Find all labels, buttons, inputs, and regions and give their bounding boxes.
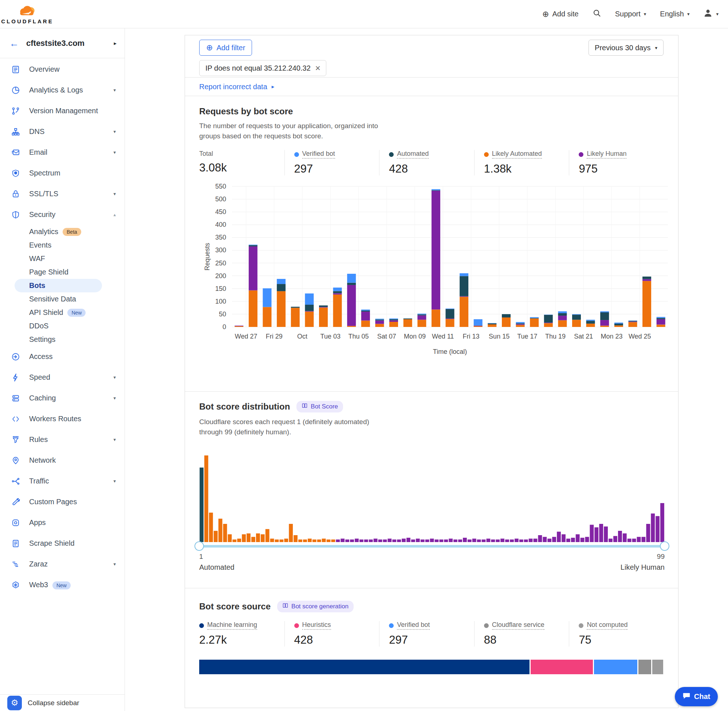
site-selector[interactable]: ← cftestsite3.com ▸ xyxy=(0,28,124,58)
plus-circle-icon: ⊕ xyxy=(542,10,549,18)
sidebar-item-page-shield[interactable]: Page Shield xyxy=(0,266,124,279)
sidebar-item-label: Spectrum xyxy=(29,169,116,177)
svg-text:Thu 19: Thu 19 xyxy=(545,333,566,340)
bot-score-generation-badge[interactable]: Bot score generation xyxy=(277,601,354,612)
slider-track[interactable] xyxy=(199,545,665,547)
new-badge: New xyxy=(67,309,86,317)
back-arrow-icon[interactable]: ← xyxy=(9,38,19,48)
book-icon xyxy=(301,403,308,411)
sidebar-item-version-management[interactable]: Version Management xyxy=(0,100,124,121)
sidebar-item-sensitive-data[interactable]: Sensitive Data xyxy=(0,292,124,306)
chat-button[interactable]: Chat xyxy=(675,687,718,706)
collapse-sidebar[interactable]: ⚙ Collapse sidebar xyxy=(0,694,124,711)
new-badge: New xyxy=(52,581,71,589)
slider-min-caption: Automated xyxy=(199,563,235,572)
slider-handle-min[interactable] xyxy=(195,541,204,551)
add-site-button[interactable]: ⊕ Add site xyxy=(542,10,579,18)
stat-label[interactable]: Likely Human xyxy=(587,150,626,159)
sidebar-item-access[interactable]: Access xyxy=(0,346,124,367)
svg-text:Sun 15: Sun 15 xyxy=(489,333,509,340)
sidebar-item-apps[interactable]: Apps xyxy=(0,512,124,533)
sidebar-item-label: Sensitive Data xyxy=(29,295,76,303)
sidebar-item-ddos[interactable]: DDoS xyxy=(0,319,124,333)
svg-text:Fri 29: Fri 29 xyxy=(266,333,283,340)
scrape-shield-icon xyxy=(11,539,21,548)
report-row: Report incorrect data ▸ xyxy=(185,78,678,96)
stat-label[interactable]: Cloudflare service xyxy=(492,621,545,630)
requests-card-description: The number of requests to your applicati… xyxy=(199,121,664,141)
stat-label[interactable]: Automated xyxy=(397,150,429,159)
sidebar-item-custom-pages[interactable]: Custom Pages xyxy=(0,491,124,512)
gear-button[interactable]: ⚙ xyxy=(7,696,22,710)
sidebar-item-network[interactable]: Network xyxy=(0,450,124,471)
svg-text:Fri 13: Fri 13 xyxy=(462,333,479,340)
sidebar-item-zaraz[interactable]: Zaraz▾ xyxy=(0,554,124,574)
bot-score-distribution-card: Bot score distribution Bot Score Cloudfl… xyxy=(185,392,678,588)
chevron-down-icon: ▾ xyxy=(655,45,657,51)
svg-text:100: 100 xyxy=(215,298,226,305)
stat-label[interactable]: Not computed xyxy=(587,621,628,630)
sidebar-item-bots[interactable]: Bots xyxy=(15,279,102,292)
apps-icon xyxy=(11,518,21,528)
sidebar-item-security[interactable]: Security▴ xyxy=(0,204,124,225)
sidebar-item-label: Overview xyxy=(29,65,116,74)
source-stats-row: Machine learning2.27kHeuristics428Verifi… xyxy=(199,621,664,646)
score-source-stacked-bar xyxy=(199,660,663,674)
sidebar-item-waf[interactable]: WAF xyxy=(0,252,124,266)
sidebar-item-email[interactable]: Email▾ xyxy=(0,142,124,163)
language-menu[interactable]: English ▾ xyxy=(660,10,690,18)
sidebar-item-dns[interactable]: DNS▾ xyxy=(0,121,124,142)
workers-icon xyxy=(11,414,21,424)
legend-dot-icon xyxy=(484,152,489,157)
sidebar-item-traffic[interactable]: Traffic▾ xyxy=(0,471,124,491)
sidebar-item-speed[interactable]: Speed▾ xyxy=(0,367,124,388)
svg-text:Sat 21: Sat 21 xyxy=(574,333,593,340)
chevron-down-icon: ▾ xyxy=(113,150,116,155)
sidebar-item-settings[interactable]: Settings xyxy=(0,333,124,346)
svg-text:Wed 25: Wed 25 xyxy=(629,333,651,340)
stat-label[interactable]: Verified bot xyxy=(302,150,335,159)
stat-label[interactable]: Heuristics xyxy=(302,621,331,630)
close-icon[interactable]: ✕ xyxy=(315,64,321,72)
requests-by-bot-score-card: Requests by bot score The number of requ… xyxy=(185,96,678,392)
sidebar-item-label: Events xyxy=(29,241,51,249)
stat-label[interactable]: Verified bot xyxy=(397,621,430,630)
filter-chip[interactable]: IP does not equal 35.212.240.32 ✕ xyxy=(199,60,326,76)
sidebar-item-analytics[interactable]: AnalyticsBeta xyxy=(0,225,124,239)
cloudflare-logo[interactable]: CLOUDFLARE xyxy=(6,4,49,24)
sidebar-item-label: Caching xyxy=(29,394,113,402)
sidebar-item-events[interactable]: Events xyxy=(0,239,124,252)
legend-dot-icon xyxy=(389,152,394,157)
sidebar-item-overview[interactable]: Overview xyxy=(0,59,124,80)
add-filter-button[interactable]: ⊕ Add filter xyxy=(199,40,252,56)
account-menu[interactable]: ▾ xyxy=(703,8,719,20)
sidebar-item-label: Access xyxy=(29,353,116,361)
slider-handle-max[interactable] xyxy=(660,541,669,551)
sidebar-item-ssl-tls[interactable]: SSL/TLS▾ xyxy=(0,183,124,204)
sidebar-item-analytics-logs[interactable]: Analytics & Logs▾ xyxy=(0,80,124,100)
sidebar-item-scrape-shield[interactable]: Scrape Shield xyxy=(0,533,124,554)
svg-text:550: 550 xyxy=(215,183,226,190)
svg-text:500: 500 xyxy=(215,196,226,203)
score-range-slider xyxy=(199,542,665,552)
sidebar-item-spectrum[interactable]: Spectrum xyxy=(0,163,124,183)
chevron-down-icon: ▾ xyxy=(644,11,647,17)
svg-text:400: 400 xyxy=(215,221,226,228)
date-range-dropdown[interactable]: Previous 30 days ▾ xyxy=(589,40,663,56)
sidebar-item-rules[interactable]: Rules▾ xyxy=(0,429,124,450)
support-menu[interactable]: Support ▾ xyxy=(615,10,647,18)
stat-label[interactable]: Machine learning xyxy=(207,621,257,630)
svg-text:0: 0 xyxy=(223,323,226,330)
chevron-down-icon: ▾ xyxy=(113,395,116,401)
sidebar-item-web3[interactable]: Web3New xyxy=(0,574,124,595)
sidebar-item-api-shield[interactable]: API ShieldNew xyxy=(0,306,124,319)
report-incorrect-data-link[interactable]: Report incorrect data ▸ xyxy=(199,83,274,91)
stat-label[interactable]: Likely Automated xyxy=(492,150,542,159)
slider-values: 1 99 xyxy=(199,553,665,561)
slider-min-value: 1 xyxy=(199,553,203,561)
svg-text:Wed 11: Wed 11 xyxy=(432,333,454,340)
search-button[interactable] xyxy=(592,9,601,19)
bot-score-badge[interactable]: Bot Score xyxy=(297,401,343,413)
sidebar-item-caching[interactable]: Caching▾ xyxy=(0,388,124,409)
sidebar-item-workers-routes[interactable]: Workers Routes xyxy=(0,409,124,429)
